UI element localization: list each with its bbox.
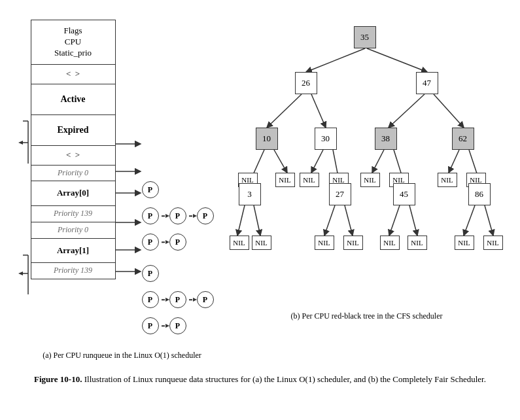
svg-marker-7 bbox=[18, 271, 23, 275]
p-circle: P bbox=[197, 207, 214, 224]
svg-line-34 bbox=[409, 205, 417, 236]
rq-array1: Array[1] bbox=[31, 239, 115, 264]
rq-priority-139-b: Priority 139 bbox=[31, 263, 115, 279]
rq-active: Active bbox=[31, 84, 115, 115]
svg-line-35 bbox=[464, 205, 475, 236]
p-circle: P bbox=[169, 317, 186, 334]
rq-angle-brackets-1: < > bbox=[31, 65, 115, 84]
tree-svg bbox=[230, 13, 504, 307]
p-circle: P bbox=[197, 291, 214, 308]
tree-node-38: 38 bbox=[375, 128, 397, 150]
svg-marker-3 bbox=[18, 141, 23, 145]
svg-line-15 bbox=[306, 48, 365, 72]
tree-node-nil: NIL bbox=[380, 236, 400, 250]
queue-row-array1-1: P P P bbox=[142, 289, 217, 310]
tree-node-nil: NIL bbox=[438, 173, 457, 187]
p-chain-arrow bbox=[162, 237, 169, 247]
rq-priority-139-a: Priority 139 bbox=[31, 206, 115, 222]
bracket-svg bbox=[16, 20, 31, 340]
tree-node-nil: NIL bbox=[300, 173, 319, 187]
runqueue-box: Flags CPU Static_prio < > Active Expired… bbox=[31, 20, 116, 279]
tree-node-26: 26 bbox=[295, 72, 317, 94]
caption-title: Figure 10-10. bbox=[34, 374, 82, 384]
svg-line-36 bbox=[485, 205, 493, 236]
queue-row-array0-1: P P P bbox=[142, 205, 217, 226]
svg-line-17 bbox=[267, 94, 302, 128]
svg-line-32 bbox=[345, 205, 353, 236]
caption: Figure 10-10. Illustration of Linux runq… bbox=[34, 373, 486, 387]
p-circle: P bbox=[142, 207, 159, 224]
queue-row-prio139-top: P P bbox=[142, 232, 217, 253]
tree-node-86: 86 bbox=[468, 183, 491, 205]
p-circle: P bbox=[169, 207, 186, 224]
rq-priority-0-b: Priority 0 bbox=[31, 222, 115, 239]
rq-priority-0-a: Priority 0 bbox=[31, 166, 115, 182]
svg-line-29 bbox=[237, 205, 245, 236]
main-content: Flags CPU Static_prio < > Active Expired… bbox=[7, 13, 513, 361]
tree-node-nil: NIL bbox=[252, 236, 271, 250]
tree-node-45: 45 bbox=[393, 183, 415, 205]
p-circle: P bbox=[142, 317, 159, 334]
svg-line-22 bbox=[274, 150, 287, 173]
p-chain-arrow bbox=[162, 321, 169, 330]
tree-container: 35 26 47 10 30 38 62 NIL NIL NIL NIL NIL… bbox=[230, 13, 504, 307]
svg-line-25 bbox=[372, 150, 384, 173]
p-circle: P bbox=[142, 265, 159, 282]
p-chain-arrow bbox=[162, 295, 169, 304]
tree-node-nil: NIL bbox=[455, 236, 474, 250]
right-diagram-label: (b) Per CPU red-black tree in the CFS sc… bbox=[269, 310, 465, 322]
svg-line-33 bbox=[389, 205, 400, 236]
svg-line-19 bbox=[389, 94, 425, 128]
p-chain-arrow bbox=[189, 211, 197, 220]
left-diagram: Flags CPU Static_prio < > Active Expired… bbox=[16, 20, 217, 361]
tree-node-35: 35 bbox=[354, 26, 376, 48]
svg-line-27 bbox=[449, 150, 459, 173]
queue-row-prio0-top: P bbox=[142, 179, 217, 200]
queue-row-prio139-bottom: P P bbox=[142, 315, 217, 336]
queue-row-prio0-bottom: P bbox=[142, 263, 217, 284]
svg-line-18 bbox=[311, 94, 326, 128]
tree-node-nil: NIL bbox=[315, 236, 334, 250]
p-chain-arrow bbox=[162, 211, 169, 220]
rq-expired: Expired bbox=[31, 115, 115, 146]
caption-text: Illustration of Linux runqueue data stru… bbox=[82, 374, 486, 384]
tree-node-nil: NIL bbox=[360, 173, 380, 187]
svg-line-30 bbox=[254, 205, 260, 236]
rq-array0: Array[0] bbox=[31, 181, 115, 206]
tree-node-27: 27 bbox=[329, 183, 351, 205]
svg-line-23 bbox=[311, 150, 323, 173]
p-circle: P bbox=[169, 234, 186, 251]
p-chain-arrow bbox=[189, 295, 197, 304]
tree-node-3: 3 bbox=[239, 183, 261, 205]
tree-node-nil: NIL bbox=[343, 236, 363, 250]
right-diagram: 35 26 47 10 30 38 62 NIL NIL NIL NIL NIL… bbox=[230, 13, 504, 322]
p-circle: P bbox=[142, 181, 159, 198]
p-circle: P bbox=[142, 234, 159, 251]
tree-node-nil: NIL bbox=[275, 173, 295, 187]
rq-angle-brackets-2: < > bbox=[31, 146, 115, 166]
tree-node-47: 47 bbox=[416, 72, 438, 94]
tree-node-30: 30 bbox=[315, 128, 337, 150]
svg-line-31 bbox=[324, 205, 335, 236]
svg-line-16 bbox=[367, 48, 427, 72]
tree-node-nil: NIL bbox=[483, 236, 503, 250]
p-circle: P bbox=[169, 291, 186, 308]
tree-node-nil: NIL bbox=[230, 236, 249, 250]
rq-flags-cpu-prio: Flags CPU Static_prio bbox=[31, 20, 115, 65]
p-circle: P bbox=[142, 291, 159, 308]
tree-node-62: 62 bbox=[452, 128, 474, 150]
svg-line-20 bbox=[434, 94, 464, 128]
left-diagram-label: (a) Per CPU runqueue in the Linux O(1) s… bbox=[31, 349, 214, 361]
tree-node-nil: NIL bbox=[407, 236, 427, 250]
tree-node-10: 10 bbox=[256, 128, 278, 150]
